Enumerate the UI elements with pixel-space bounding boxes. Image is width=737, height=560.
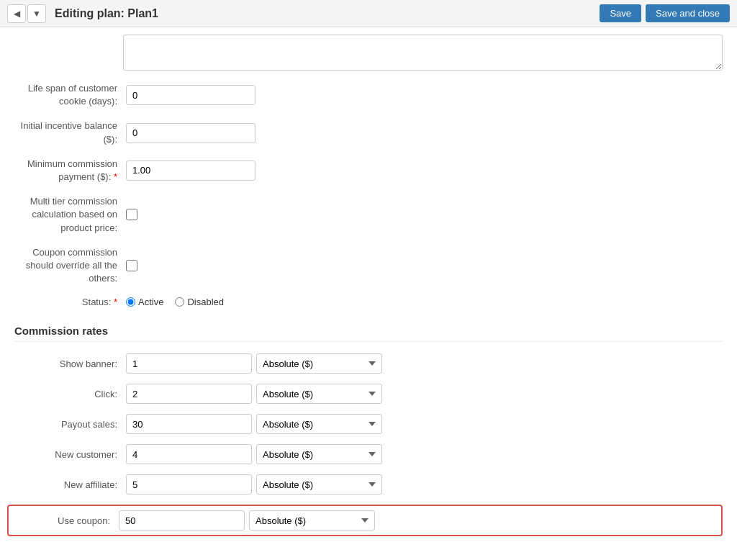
status-active-label: Active [138, 297, 163, 307]
rate-label-show-banner: Show banner: [14, 358, 126, 369]
lifespan-label: Life span of customer cookie (days): [14, 82, 126, 108]
page-header: ◀ ▼ Editing plan: Plan1 Save Save and cl… [0, 0, 737, 27]
initial-balance-input[interactable] [126, 123, 256, 143]
initial-balance-row: Initial incentive balance ($): [14, 119, 723, 145]
min-commission-row: Minimum commission payment ($): * [14, 158, 723, 184]
lifespan-row: Life span of customer cookie (days): [14, 82, 723, 108]
initial-balance-label: Initial incentive balance ($): [14, 119, 126, 145]
rate-row-payout-sales: Payout sales: Absolute ($) Percent (%) [14, 414, 723, 434]
status-required: * [114, 297, 117, 307]
rate-input-show-banner[interactable] [126, 353, 252, 374]
nav-buttons: ◀ ▼ [7, 4, 46, 23]
coupon-override-checkbox[interactable] [126, 260, 137, 271]
multi-tier-row: Multi tier commission calculation based … [14, 195, 723, 235]
multi-tier-checkbox[interactable] [126, 209, 137, 220]
min-commission-required: * [114, 171, 117, 182]
rate-input-new-customer[interactable] [126, 444, 252, 464]
status-radio-group: Active Disabled [126, 297, 224, 307]
rate-input-new-affiliate[interactable] [126, 474, 252, 494]
lifespan-input[interactable] [126, 85, 256, 105]
description-textarea[interactable] [123, 35, 723, 71]
rate-input-payout-sales[interactable] [126, 414, 252, 434]
coupon-override-label: Coupon commission should override all th… [14, 246, 126, 286]
rate-label-new-customer: New customer: [14, 449, 126, 460]
min-commission-label: Minimum commission payment ($): * [14, 158, 126, 184]
status-label: Status: * [14, 297, 126, 307]
rate-label-click: Click: [14, 389, 126, 399]
save-and-close-button[interactable]: Save and close [646, 4, 730, 22]
multi-tier-label: Multi tier commission calculation based … [14, 195, 126, 235]
status-disabled-label: Disabled [187, 297, 224, 307]
min-commission-input[interactable] [126, 161, 256, 181]
commission-rates-title: Commission rates [14, 325, 723, 342]
rate-row-use-coupon: Use coupon: Absolute ($) Percent (%) [7, 505, 723, 536]
rate-label-new-affiliate: New affiliate: [14, 479, 126, 490]
status-row: Status: * Active Disabled [14, 297, 723, 307]
description-row [14, 35, 723, 71]
rate-type-new-customer[interactable]: Absolute ($) Percent (%) [256, 444, 382, 464]
rate-input-click[interactable] [126, 384, 252, 404]
back-button[interactable]: ◀ [7, 4, 26, 23]
rate-row-new-affiliate: New affiliate: Absolute ($) Percent (%) [14, 474, 723, 494]
status-active-option[interactable]: Active [126, 297, 163, 307]
header-actions: Save Save and close [600, 4, 730, 22]
rate-row-click: Click: Absolute ($) Percent (%) [14, 384, 723, 404]
save-button[interactable]: Save [600, 4, 641, 22]
rate-label-payout-sales: Payout sales: [14, 419, 126, 430]
rate-label-use-coupon: Use coupon: [14, 515, 119, 526]
page-title: Editing plan: Plan1 [55, 7, 600, 20]
content-area: Life span of customer cookie (days): Ini… [0, 27, 737, 558]
rate-row-new-customer: New customer: Absolute ($) Percent (%) [14, 444, 723, 464]
status-active-radio[interactable] [126, 297, 135, 307]
rate-type-use-coupon[interactable]: Absolute ($) Percent (%) [249, 510, 375, 530]
rate-row-show-banner: Show banner: Absolute ($) Percent (%) [14, 353, 723, 374]
rate-type-payout-sales[interactable]: Absolute ($) Percent (%) [256, 414, 382, 434]
rate-type-click[interactable]: Absolute ($) Percent (%) [256, 384, 382, 404]
status-disabled-option[interactable]: Disabled [175, 297, 224, 307]
rate-type-show-banner[interactable]: Absolute ($) Percent (%) [256, 353, 382, 374]
rate-input-use-coupon[interactable] [119, 510, 245, 530]
dropdown-button[interactable]: ▼ [27, 4, 46, 23]
status-disabled-radio[interactable] [175, 297, 184, 307]
rate-type-new-affiliate[interactable]: Absolute ($) Percent (%) [256, 474, 382, 494]
coupon-override-row: Coupon commission should override all th… [14, 246, 723, 286]
